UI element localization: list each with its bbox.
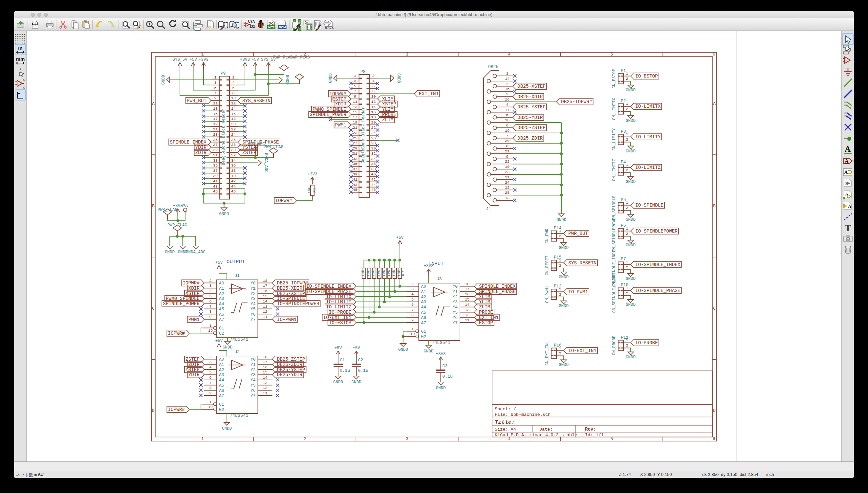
svg-text:KiCad E.D.A. kicad 4.0.2-stab: KiCad E.D.A. kicad 4.0.2-stable [495, 433, 577, 437]
svg-text:Y2: Y2 [452, 295, 458, 300]
svg-text:24: 24 [505, 180, 510, 185]
svg-text:2: 2 [372, 73, 375, 78]
svg-text:21: 21 [505, 149, 510, 154]
svg-text:8: 8 [209, 309, 212, 314]
svg-text:45: 45 [353, 188, 357, 192]
svg-text:P10: P10 [621, 282, 628, 287]
svg-text:ZLIM: ZLIM [382, 117, 393, 123]
svg-text:1: 1 [506, 71, 508, 76]
svg-text:A3: A3 [219, 372, 224, 378]
svg-text:12: 12 [263, 386, 267, 390]
svg-text:A6: A6 [219, 388, 224, 393]
svg-text:GNDD: GNDD [351, 380, 361, 385]
svg-text:A0: A0 [219, 357, 224, 362]
svg-text:16: 16 [465, 292, 469, 297]
svg-text:GNDD: GNDD [222, 426, 232, 431]
svg-text:3: 3 [209, 360, 212, 364]
svg-text:1: 1 [626, 200, 628, 205]
svg-text:2: 2 [626, 343, 628, 348]
svg-text:10k: 10k [366, 270, 370, 277]
svg-text:P14: P14 [554, 226, 562, 231]
svg-text:18: 18 [263, 355, 267, 359]
svg-text:74LS541: 74LS541 [230, 413, 248, 418]
svg-text:VCC: VCC [181, 203, 189, 208]
svg-text:B: B [713, 204, 716, 209]
svg-text:A3: A3 [421, 300, 426, 304]
svg-text:A2: A2 [219, 367, 224, 372]
svg-text:25: 25 [353, 136, 357, 141]
svg-text:P7: P7 [621, 257, 626, 261]
svg-text:PWR_FLAG: PWR_FLAG [290, 55, 310, 60]
svg-text:VDD_ADC: VDD_ADC [248, 142, 265, 147]
svg-text:7: 7 [411, 308, 414, 312]
svg-text:C2: C2 [358, 358, 363, 363]
svg-text:Id: 1/1: Id: 1/1 [585, 433, 604, 437]
svg-text:45: 45 [213, 189, 218, 194]
svg-text:13: 13 [263, 304, 267, 309]
svg-text:7: 7 [506, 134, 508, 138]
svg-text:4: 4 [411, 292, 414, 297]
svg-text:CN_LIMITX: CN_LIMITX [612, 98, 617, 120]
svg-text:30: 30 [371, 146, 376, 151]
svg-text:GNDD: GNDD [559, 246, 569, 250]
svg-text:2: 2 [304, 437, 306, 442]
svg-text:9: 9 [209, 391, 212, 395]
svg-text:42: 42 [371, 177, 376, 182]
svg-text:A: A [845, 192, 848, 196]
svg-text:A: A [848, 204, 851, 209]
svg-text:3: 3 [354, 79, 356, 83]
svg-text:15: 15 [505, 87, 510, 91]
svg-text:T: T [845, 222, 851, 233]
svg-text:GNDD: GNDD [626, 302, 636, 307]
svg-text:Y6: Y6 [250, 388, 256, 393]
svg-text:Y2: Y2 [250, 291, 256, 296]
svg-text:12: 12 [505, 185, 510, 190]
svg-text:Y4: Y4 [452, 305, 458, 310]
svg-text:IO-LIMITZ: IO-LIMITZ [635, 165, 661, 170]
svg-text:5: 5 [209, 370, 212, 375]
svg-text:7: 7 [209, 381, 212, 385]
svg-text:2: 2 [506, 82, 508, 86]
svg-text:IOPWR#: IOPWR# [168, 331, 185, 336]
svg-text:9: 9 [209, 315, 212, 319]
svg-text:U1: U1 [235, 273, 240, 278]
svg-text:19: 19 [208, 405, 213, 409]
svg-text:5: 5 [610, 52, 613, 57]
svg-text:D: D [152, 409, 155, 413]
svg-text:Y0: Y0 [250, 281, 256, 286]
svg-text:GNDD: GNDD [626, 88, 636, 93]
svg-text:10: 10 [505, 165, 510, 169]
svg-text:U?A: U?A [248, 20, 255, 23]
svg-text:5: 5 [354, 84, 356, 89]
svg-text:8: 8 [372, 89, 375, 93]
svg-text:U3: U3 [436, 277, 442, 281]
svg-text:18: 18 [263, 279, 267, 283]
svg-text:5: 5 [610, 437, 613, 442]
svg-text:DB25-XSTEP: DB25-XSTEP [517, 84, 546, 89]
svg-text:GNDD: GNDD [559, 363, 569, 367]
svg-text:P12: P12 [554, 284, 561, 289]
svg-text:12: 12 [263, 309, 267, 314]
svg-text:PWR_FLAG: PWR_FLAG [158, 208, 177, 212]
svg-text:40: 40 [371, 172, 376, 177]
svg-text:Y3: Y3 [452, 300, 458, 304]
svg-text:28: 28 [371, 141, 376, 146]
svg-text:R9: R9 [401, 271, 405, 276]
svg-text:GNDD: GNDD [285, 75, 289, 85]
svg-text:39: 39 [213, 174, 218, 178]
svg-text:R1: R1 [313, 188, 317, 192]
svg-text:PWR_FLAG: PWR_FLAG [168, 223, 187, 228]
svg-text:16: 16 [371, 110, 376, 115]
svg-text:29: 29 [353, 146, 357, 151]
svg-text:37: 37 [353, 167, 357, 171]
svg-text:2: 2 [209, 355, 212, 359]
svg-text:10k: 10k [386, 270, 391, 277]
svg-text:10k: 10k [397, 270, 401, 277]
svg-text:DB25-YDIR: DB25-YDIR [277, 372, 303, 378]
svg-text:13: 13 [465, 308, 469, 312]
svg-text:74LS541: 74LS541 [230, 337, 248, 342]
svg-text:20: 20 [231, 122, 236, 126]
svg-text:G2: G2 [421, 334, 426, 339]
svg-text:Y4: Y4 [250, 378, 256, 383]
svg-text:10k: 10k [361, 270, 365, 277]
